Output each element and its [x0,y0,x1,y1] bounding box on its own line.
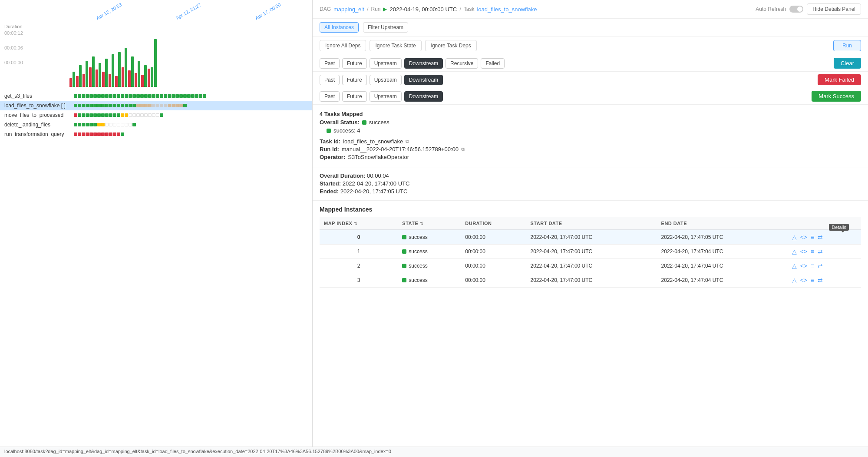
future-button-2[interactable]: Future [342,75,367,85]
cell-map-index: 2 [320,259,398,273]
cell-duration: 00:00:00 [461,273,526,288]
task-cells [74,132,124,136]
task-row[interactable]: get_s3_files [0,91,312,101]
swap-icon[interactable]: ⇄ [818,277,823,284]
ended-line: Ended: 2022-04-20, 17:47:05 UTC [320,188,861,195]
past-button-3[interactable]: Past [320,91,340,102]
task-cells [74,123,136,126]
chart-area: Duration Apr 12, 20:53 Apr 12, 21:27 Apr… [0,4,312,91]
state-text: success [409,248,427,255]
past-button-1[interactable]: Past [320,58,340,69]
duration-section: Overall Duration: 00:00:04 Started: 2022… [313,168,868,201]
mark-failed-button[interactable]: Mark Failed [818,74,861,85]
auto-refresh-toggle[interactable] [789,6,803,13]
task-id-value: load_files_to_snowflake [343,138,403,145]
recursive-button-1[interactable]: Recursive [446,58,478,69]
code-icon[interactable]: <> [800,234,807,241]
separator2: / [459,6,461,13]
started-label: Started: [320,180,341,187]
action-icons: △ <> ≡ ⇄ [792,248,857,255]
overall-duration-value: 00:00:04 [367,172,389,179]
y-label-3: 00:00:00 [4,60,23,65]
upstream-button-3[interactable]: Upstream [370,91,402,102]
cell-state: success [398,230,461,245]
ignore-task-deps-button[interactable]: Ignore Task Deps [425,40,477,51]
downstream-button-1[interactable]: Downstream [404,58,443,69]
list-icon[interactable]: ≡ [811,234,814,241]
cell-start-date: 2022-04-20, 17:47:00 UTC [526,259,657,273]
copy-task-id-icon[interactable]: ⧉ [406,139,409,144]
overall-status-label: Overall Status: [320,119,360,126]
filter-upstream-tab[interactable]: Filter Upstream [363,22,408,33]
warning-icon[interactable]: △ [792,234,797,241]
cell-map-index: 3 [320,273,398,288]
downstream-button-2[interactable]: Downstream [404,75,443,85]
cell-duration: 00:00:00 [461,245,526,259]
warning-icon[interactable]: △ [792,277,797,284]
task-row[interactable]: run_transformation_query [0,129,312,139]
cell-state: success [398,245,461,259]
run-button[interactable]: Run [833,40,861,51]
status-bar: localhost:8080/task?dag_id=mapping_elt&d… [0,447,868,457]
table-row: 0 success 00:00:00 2022-04-20, 17:47:00 … [320,230,861,245]
clear-button[interactable]: Clear [834,58,861,69]
warning-icon[interactable]: △ [792,248,797,255]
col-start-date: START DATE [526,217,657,230]
cell-map-index: 1 [320,245,398,259]
future-button-1[interactable]: Future [342,58,367,69]
col-duration: DURATION [461,217,526,230]
task-row[interactable]: move_files_to_processed [0,110,312,120]
hide-panel-label: Auto Refresh [756,6,786,12]
upstream-button-2[interactable]: Upstream [370,75,402,85]
cell-start-date: 2022-04-20, 17:47:00 UTC [526,245,657,259]
upstream-button-1[interactable]: Upstream [370,58,402,69]
cell-actions: Details △ <> ≡ ⇄ [788,230,861,245]
copy-run-id-icon[interactable]: ⧉ [461,146,465,152]
mapped-instances-section: Mapped Instances MAP INDEX ⇅ STATE ⇅ [313,201,868,293]
list-icon[interactable]: ≡ [811,262,814,269]
dag-link[interactable]: mapping_elt [333,6,364,13]
failed-button-1[interactable]: Failed [481,58,505,69]
task-rows: get_s3_files load_files_to_snowflake [ ] [0,91,312,139]
mark-success-button[interactable]: Mark Success [812,91,861,102]
action-icons: △ <> ≡ ⇄ [792,277,857,284]
state-text: success [409,263,427,269]
operator-value: S3ToSnowflakeOperator [348,154,409,160]
future-button-3[interactable]: Future [342,91,367,102]
left-panel: Duration Apr 12, 20:53 Apr 12, 21:27 Apr… [0,0,313,457]
warning-icon[interactable]: △ [792,262,797,269]
task-name: delete_landing_files [4,122,74,128]
col-state[interactable]: STATE ⇅ [398,217,461,230]
ignore-all-deps-button[interactable]: Ignore All Deps [320,40,366,51]
filter-row: All Instances Filter Upstream [313,19,868,36]
code-icon[interactable]: <> [800,262,807,269]
hide-details-panel-button[interactable]: Hide Details Panel [807,3,861,15]
state-text: success [409,277,427,283]
ended-label: Ended: [320,188,339,195]
operator-line: Operator: S3ToSnowflakeOperator [320,154,861,160]
list-icon[interactable]: ≡ [811,277,814,284]
task-name-link[interactable]: load_files_to_snowflake [477,6,537,13]
code-icon[interactable]: <> [800,277,807,284]
table-row: 3 success 00:00:00 2022-04-20, 17:47:00 … [320,273,861,288]
run-date-link[interactable]: 2022-04-19, 00:00:00 UTC [389,6,457,13]
status-dot-overall [362,120,366,125]
task-row-selected[interactable]: load_files_to_snowflake [ ] [0,101,312,110]
breadcrumb: DAG mapping_elt / Run ▶ 2022-04-19, 00:0… [320,6,537,13]
swap-icon[interactable]: ⇄ [818,248,823,255]
table-row: 2 success 00:00:00 2022-04-20, 17:47:00 … [320,259,861,273]
code-icon[interactable]: <> [800,248,807,255]
task-cells [74,94,206,98]
all-instances-tab[interactable]: All Instances [320,22,359,33]
swap-icon[interactable]: ⇄ [818,262,823,269]
downstream-button-3[interactable]: Downstream [404,91,443,102]
ignore-task-state-button[interactable]: Ignore Task State [370,40,421,51]
task-row[interactable]: delete_landing_files [0,120,312,129]
past-button-2[interactable]: Past [320,75,340,85]
action-icons: △ <> ≡ ⇄ [792,262,857,269]
swap-icon[interactable]: ⇄ [818,234,823,241]
cell-actions: △ <> ≡ ⇄ [788,273,861,288]
list-icon[interactable]: ≡ [811,248,814,255]
table-row: 1 success 00:00:00 2022-04-20, 17:47:00 … [320,245,861,259]
col-map-index[interactable]: MAP INDEX ⇅ [320,217,398,230]
